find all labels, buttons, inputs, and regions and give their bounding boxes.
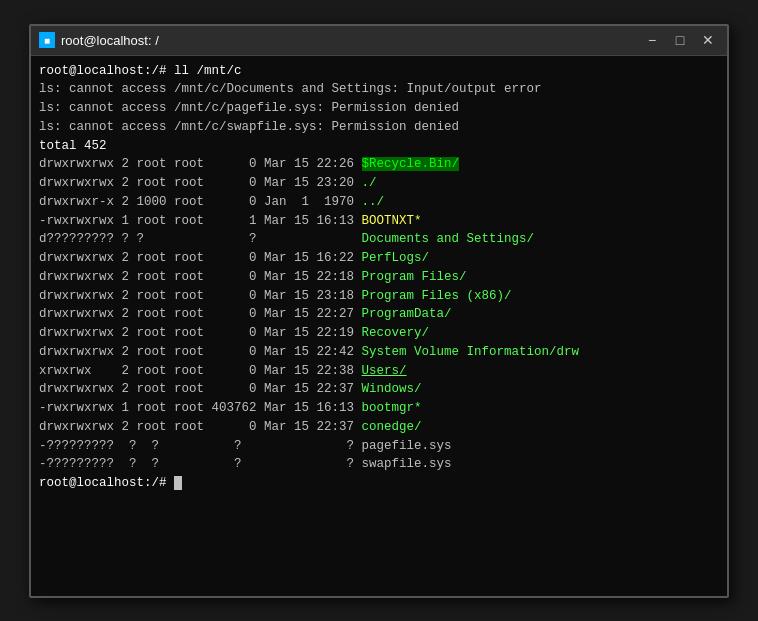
terminal-line: drwxrwxrwx 2 root root 0 Mar 15 16:22 Pe… xyxy=(39,249,719,268)
window-controls: − □ ✕ xyxy=(641,29,719,51)
terminal-line: root@localhost:/# xyxy=(39,474,719,493)
terminal-window: ■ root@localhost: / − □ ✕ root@localhost… xyxy=(29,24,729,598)
terminal-line: d????????? ? ? ? Documents and Settings/ xyxy=(39,230,719,249)
window-title: root@localhost: / xyxy=(61,33,641,48)
terminal-line: -????????? ? ? ? ? pagefile.sys xyxy=(39,437,719,456)
terminal-line: drwxrwxrwx 2 root root 0 Mar 15 22:37 Wi… xyxy=(39,380,719,399)
terminal-line: root@localhost:/# ll /mnt/c xyxy=(39,62,719,81)
terminal-line: -rwxrwxrwx 1 root root 403762 Mar 15 16:… xyxy=(39,399,719,418)
terminal-line: drwxrwxrwx 2 root root 0 Mar 15 22:19 Re… xyxy=(39,324,719,343)
terminal-line: drwxrwxrwx 2 root root 0 Mar 15 22:18 Pr… xyxy=(39,268,719,287)
terminal-line: drwxrwxrwx 2 root root 0 Mar 15 23:20 ./ xyxy=(39,174,719,193)
terminal-line: drwxrwxrwx 2 root root 0 Mar 15 22:27 Pr… xyxy=(39,305,719,324)
terminal-line: ls: cannot access /mnt/c/swapfile.sys: P… xyxy=(39,118,719,137)
terminal-line: xrwxrwx 2 root root 0 Mar 15 22:38 Users… xyxy=(39,362,719,381)
terminal-line: drwxrwxrwx 2 root root 0 Mar 15 22:26 $R… xyxy=(39,155,719,174)
terminal-line: ls: cannot access /mnt/c/pagefile.sys: P… xyxy=(39,99,719,118)
terminal-line: drwxrwxrwx 2 root root 0 Mar 15 22:42 Sy… xyxy=(39,343,719,362)
terminal-line: drwxrwxrwx 2 root root 0 Mar 15 23:18 Pr… xyxy=(39,287,719,306)
restore-button[interactable]: □ xyxy=(669,29,691,51)
terminal-line: -????????? ? ? ? ? swapfile.sys xyxy=(39,455,719,474)
close-button[interactable]: ✕ xyxy=(697,29,719,51)
minimize-button[interactable]: − xyxy=(641,29,663,51)
title-bar: ■ root@localhost: / − □ ✕ xyxy=(31,26,727,56)
terminal-line: total 452 xyxy=(39,137,719,156)
terminal-line: drwxrwxrwx 2 root root 0 Mar 15 22:37 co… xyxy=(39,418,719,437)
terminal-icon: ■ xyxy=(39,32,55,48)
terminal-output[interactable]: root@localhost:/# ll /mnt/cls: cannot ac… xyxy=(31,56,727,596)
terminal-line: ls: cannot access /mnt/c/Documents and S… xyxy=(39,80,719,99)
terminal-line: drwxrwxr-x 2 1000 root 0 Jan 1 1970 ../ xyxy=(39,193,719,212)
terminal-line: -rwxrwxrwx 1 root root 1 Mar 15 16:13 BO… xyxy=(39,212,719,231)
